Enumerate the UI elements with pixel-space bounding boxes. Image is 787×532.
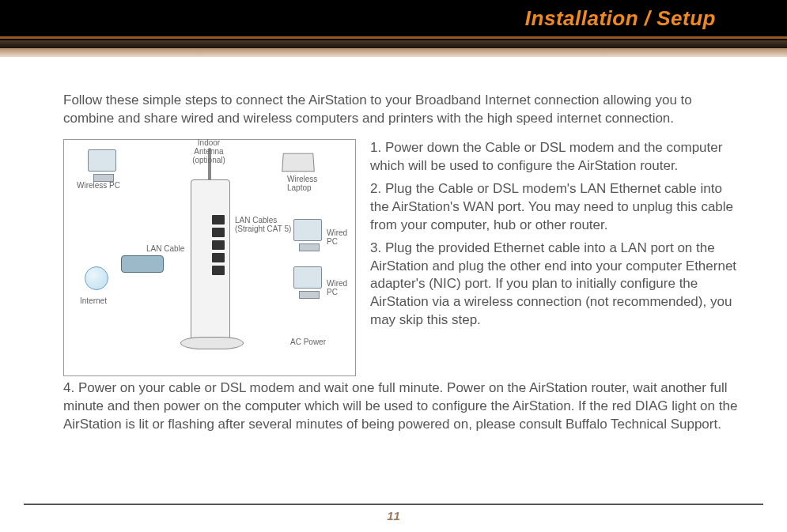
label-indoor-antenna: Indoor Antenna (optional) — [181, 138, 236, 164]
lan-port-icon — [212, 253, 225, 262]
router-icon — [191, 179, 230, 345]
intro-paragraph: Follow these simple steps to connect the… — [63, 92, 743, 128]
modem-icon — [121, 255, 164, 273]
body-row: Indoor Antenna (optional) Wireless PC Wi… — [63, 139, 743, 376]
label-internet: Internet — [80, 296, 107, 305]
footer-rule — [24, 504, 763, 505]
step-2: 2. Plug the Cable or DSL modem's LAN Eth… — [370, 180, 743, 235]
step-1: 1. Power down the Cable or DSL modem and… — [370, 139, 743, 175]
label-text: Indoor — [198, 138, 220, 147]
label-text: (optional) — [192, 156, 225, 164]
header-stripe — [0, 36, 787, 39]
label-wireless-laptop: Wireless Laptop — [287, 175, 317, 192]
page-title: Installation / Setup — [525, 6, 716, 31]
header-band: Installation / Setup — [0, 0, 787, 57]
label-wired-pc: Wired PC — [327, 228, 355, 246]
lan-port-icon — [212, 228, 225, 237]
label-text: Wireless — [287, 175, 317, 183]
label-wired-pc-2: Wired PC — [327, 279, 355, 296]
lan-port-icon — [212, 266, 225, 275]
label-text: LAN Cables — [235, 216, 277, 224]
label-lan-cables: LAN Cables (Straight CAT 5) — [235, 216, 291, 233]
diagram-wrap: Indoor Antenna (optional) Wireless PC Wi… — [63, 139, 356, 376]
label-lan-cable: LAN Cable — [146, 244, 184, 253]
connection-diagram: Indoor Antenna (optional) Wireless PC Wi… — [63, 139, 356, 376]
pc-icon — [88, 149, 116, 172]
content-area: Follow these simple steps to connect the… — [0, 57, 787, 434]
internet-icon — [85, 266, 108, 290]
label-wireless-pc: Wireless PC — [77, 181, 120, 190]
steps-column: 1. Power down the Cable or DSL modem and… — [370, 139, 743, 376]
step-4: 4. Power on your cable or DSL modem and … — [63, 379, 743, 434]
header-stripe — [0, 40, 787, 48]
header-stripe — [0, 48, 787, 57]
label-text: Laptop — [287, 183, 312, 192]
wan-port-icon — [212, 215, 225, 224]
step-3: 3. Plug the provided Ethernet cable into… — [370, 240, 743, 330]
lan-port-icon — [212, 240, 225, 250]
label-text: (Straight CAT 5) — [235, 224, 291, 233]
pc-icon — [293, 219, 322, 241]
laptop-icon — [282, 153, 315, 172]
pc-icon — [293, 266, 322, 289]
label-text: Antenna — [194, 147, 223, 156]
label-ac-power: AC Power — [290, 338, 326, 346]
page-number: 11 — [387, 509, 400, 523]
